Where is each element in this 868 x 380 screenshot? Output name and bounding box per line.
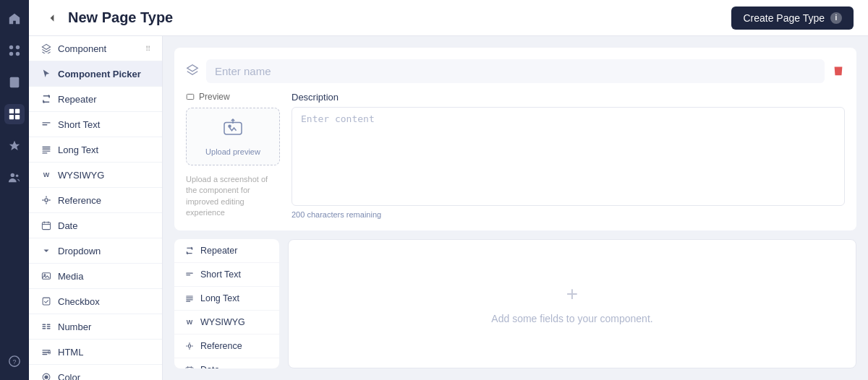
sidebar-item-media[interactable]: Media — [29, 264, 162, 289]
sidebar-label-component-picker: Component Picker — [58, 69, 150, 79]
description-label: Description — [292, 92, 845, 103]
nav-icon-people[interactable] — [4, 168, 25, 188]
svg-rect-39 — [187, 94, 194, 99]
sidebar-item-wysiwyg[interactable]: W WYSIWYG — [29, 163, 162, 188]
sidebar-label-reference: Reference — [58, 195, 150, 206]
page-header: New Page Type Create Page Type i — [29, 0, 868, 36]
long-text-icon — [41, 144, 52, 155]
preview-section: Preview Upload preview Upload a screensh… — [186, 92, 280, 219]
svg-point-19 — [45, 199, 48, 202]
picker-label-repeater: Repeater — [200, 246, 237, 256]
short-text-icon — [41, 118, 52, 130]
content-area: Preview Upload preview Upload a screensh… — [163, 36, 868, 380]
nav-icon-grid[interactable] — [4, 104, 25, 124]
sidebar-label-color: Color — [58, 372, 150, 381]
svg-rect-18 — [42, 152, 47, 153]
info-icon: i — [830, 12, 842, 24]
svg-rect-20 — [42, 223, 50, 230]
svg-rect-47 — [186, 301, 190, 301]
svg-rect-13 — [42, 122, 50, 123]
name-row — [186, 59, 845, 83]
picker-item-long-text[interactable]: Long Text — [174, 287, 279, 311]
svg-rect-14 — [42, 124, 47, 125]
sidebar-item-short-text[interactable]: Short Text — [29, 112, 162, 137]
nav-icon-home[interactable] — [4, 9, 25, 29]
svg-rect-43 — [186, 275, 190, 275]
create-button-label: Create Page Type — [743, 12, 825, 24]
picker-item-repeater[interactable]: Repeater — [174, 239, 279, 263]
picker-date-icon — [184, 366, 195, 368]
sidebar-label-date: Date — [58, 220, 150, 231]
picker-reference-icon — [184, 342, 195, 350]
sidebar-item-component-picker[interactable]: Component Picker — [29, 61, 162, 87]
svg-rect-32 — [47, 328, 51, 329]
nav-icon-components[interactable] — [4, 40, 25, 61]
sidebar-item-html[interactable]: HTML — [29, 340, 162, 365]
picker-item-short-text[interactable]: Short Text — [174, 263, 279, 287]
svg-point-1 — [16, 46, 20, 49]
description-section: Description 200 characters remaining — [292, 92, 845, 219]
header-left: New Page Type — [43, 9, 173, 27]
picker-item-reference[interactable]: Reference — [174, 334, 279, 358]
svg-rect-26 — [43, 298, 50, 305]
delete-button[interactable] — [832, 64, 845, 79]
sidebar-label-repeater: Repeater — [58, 94, 150, 105]
drag-icon-component: ⠿ — [145, 45, 150, 53]
svg-rect-30 — [47, 324, 51, 325]
create-page-type-button[interactable]: Create Page Type i — [731, 7, 854, 30]
date-icon — [41, 220, 52, 231]
svg-rect-27 — [42, 324, 46, 325]
component-picker-panel: Repeater Short Text Long Text — [174, 239, 279, 368]
color-icon — [41, 371, 52, 380]
sidebar-item-number[interactable]: Number — [29, 314, 162, 340]
upload-preview-box[interactable]: Upload preview — [186, 108, 280, 165]
drop-zone-icon: + — [566, 282, 578, 306]
nav-icon-star[interactable] — [4, 136, 25, 156]
svg-rect-49 — [186, 367, 193, 368]
picker-item-wysiwyg[interactable]: W WYSIWYG — [174, 311, 279, 334]
svg-point-9 — [11, 173, 14, 177]
wysiwyg-icon: W — [41, 169, 52, 181]
page-title: New Page Type — [68, 9, 173, 26]
svg-rect-29 — [42, 328, 46, 329]
checkbox-icon — [41, 295, 52, 307]
sidebar-item-color[interactable]: Color — [29, 365, 162, 380]
sidebar-item-dropdown[interactable]: Dropdown — [29, 238, 162, 264]
sidebar-item-checkbox[interactable]: Checkbox — [29, 289, 162, 314]
svg-rect-35 — [42, 354, 47, 355]
preview-label-row: Preview — [186, 92, 280, 102]
html-icon — [41, 346, 52, 358]
preview-label-text: Preview — [199, 92, 230, 102]
svg-rect-44 — [186, 295, 193, 296]
sidebar-item-repeater[interactable]: Repeater — [29, 87, 162, 112]
sidebar-item-date[interactable]: Date — [29, 213, 162, 238]
component-form: Preview Upload preview Upload a screensh… — [174, 48, 856, 230]
svg-rect-31 — [47, 326, 51, 327]
picker-label-wysiwyg: WYSIWYG — [200, 317, 245, 327]
repeat-icon — [41, 93, 52, 105]
component-name-input[interactable] — [206, 59, 825, 83]
nav-icon-pages[interactable] — [4, 72, 25, 92]
sidebar-label-wysiwyg: WYSIWYG — [58, 170, 150, 181]
picker-label-date: Date — [200, 365, 219, 368]
nav-icon-help[interactable]: ? — [4, 351, 25, 371]
description-textarea[interactable] — [292, 107, 845, 206]
number-icon — [41, 321, 52, 332]
char-count: 200 characters remaining — [292, 210, 845, 219]
sidebar-label-checkbox: Checkbox — [58, 296, 150, 307]
drop-zone-text: Add some fields to your component. — [491, 313, 652, 324]
cursor-icon — [41, 68, 52, 79]
picker-label-long-text: Long Text — [200, 293, 239, 303]
upload-preview-icon — [222, 117, 244, 143]
picker-wysiwyg-icon: W — [184, 319, 195, 326]
picker-label-short-text: Short Text — [200, 269, 241, 280]
sidebar-item-reference[interactable]: Reference — [29, 188, 162, 213]
picker-item-date[interactable]: Date — [174, 358, 279, 368]
layers-icon — [41, 43, 52, 54]
sidebar-item-component[interactable]: Component ⠿ — [29, 36, 162, 61]
back-button[interactable] — [43, 9, 61, 27]
main-area: New Page Type Create Page Type i Compone… — [29, 0, 868, 380]
sidebar-item-long-text[interactable]: Long Text — [29, 137, 162, 163]
svg-rect-45 — [186, 297, 193, 298]
drop-zone: + Add some fields to your component. — [288, 239, 856, 368]
